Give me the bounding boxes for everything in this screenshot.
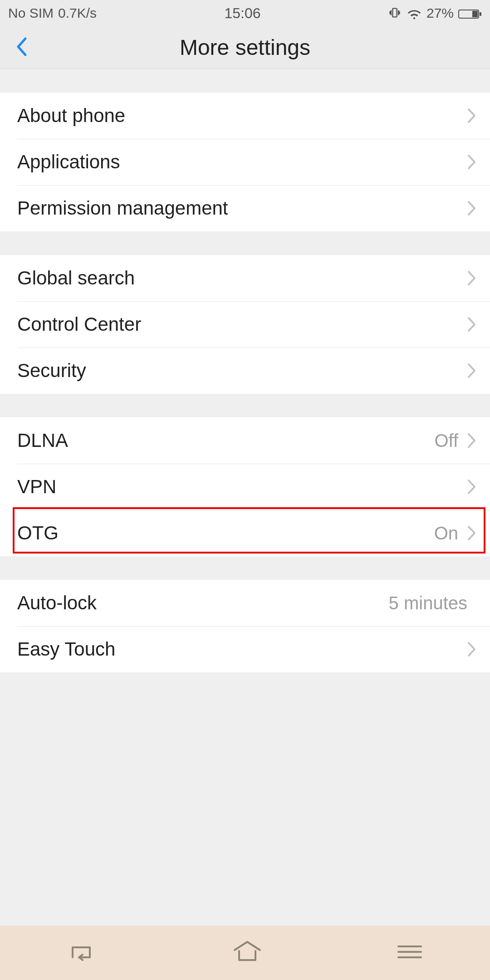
svg-rect-3 [472,11,478,17]
row-label: Control Center [17,314,467,335]
row-global-search[interactable]: Global search [0,255,490,301]
section-gap [0,231,490,255]
chevron-right-icon [467,270,476,286]
settings-group-3: DLNA Off VPN OTG On [0,417,490,556]
chevron-right-icon [467,317,476,332]
row-label: Global search [17,267,467,289]
nav-back-button[interactable] [66,941,99,965]
row-label: Auto-lock [17,592,389,614]
row-label: About phone [17,105,467,127]
row-value: On [434,523,458,544]
row-label: Security [17,360,467,382]
row-auto-lock[interactable]: Auto-lock 5 minutes [0,580,490,626]
chevron-right-icon [467,201,476,216]
row-vpn[interactable]: VPN [0,464,490,510]
settings-group-2: Global search Control Center Security [0,255,490,394]
row-value: 5 minutes [389,593,467,613]
section-gap [0,556,490,580]
settings-group-1: About phone Applications Permission mana… [0,93,490,231]
row-applications[interactable]: Applications [0,139,490,185]
sim-status: No SIM [8,5,54,21]
back-button[interactable] [15,37,27,59]
svg-rect-0 [392,9,397,17]
row-label: VPN [17,476,467,498]
battery-icon [458,5,482,21]
row-label: OTG [17,522,434,544]
settings-group-4: Auto-lock 5 minutes Easy Touch [0,580,490,672]
row-label: Permission management [17,197,467,219]
row-permission-management[interactable]: Permission management [0,185,490,231]
row-otg[interactable]: OTG On [0,510,490,556]
statusbar: No SIM 0.7K/s 15:06 27% [0,0,490,26]
battery-percent: 27% [426,5,454,21]
chevron-right-icon [467,479,476,495]
chevron-left-icon [15,37,27,57]
row-about-phone[interactable]: About phone [0,93,490,139]
navbar-header: More settings [0,26,490,69]
row-dlna[interactable]: DLNA Off [0,417,490,464]
clock: 15:06 [224,5,260,22]
row-label: Easy Touch [17,638,467,660]
row-label: Applications [17,151,467,173]
row-control-center[interactable]: Control Center [0,301,490,348]
row-label: DLNA [17,430,434,451]
row-security[interactable]: Security [0,348,490,394]
network-speed: 0.7K/s [58,5,97,21]
chevron-right-icon [467,525,476,541]
section-gap [0,394,490,417]
row-value: Off [434,431,458,451]
chevron-right-icon [467,433,476,448]
page-title: More settings [0,35,490,60]
section-gap [0,69,490,93]
svg-rect-2 [480,12,481,16]
wifi-icon [407,5,422,21]
chevron-right-icon [467,642,476,657]
system-navbar [0,926,490,980]
row-easy-touch[interactable]: Easy Touch [0,626,490,672]
vibrate-icon [388,6,402,20]
nav-home-button[interactable] [231,940,264,965]
chevron-right-icon [467,154,476,170]
chevron-right-icon [467,108,476,123]
chevron-right-icon [467,363,476,378]
nav-recents-button[interactable] [396,943,424,963]
